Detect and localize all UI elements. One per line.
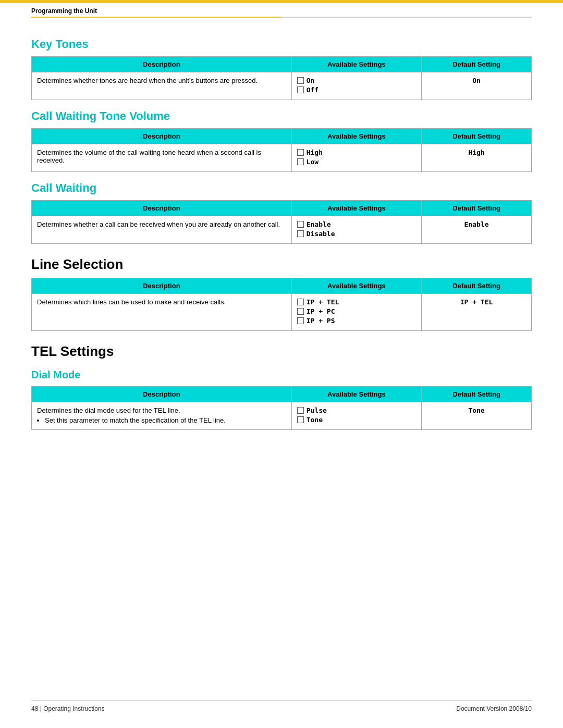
- checkbox-pulse-icon: [297, 407, 304, 414]
- checkbox-enable: Enable: [297, 220, 416, 228]
- col-available-3: Available Settings: [291, 278, 421, 294]
- header-label: Programming the Unit: [31, 7, 97, 15]
- dm-bullets: Set this parameter to match the specific…: [45, 416, 286, 424]
- dm-bullet-1: Set this parameter to match the specific…: [45, 416, 286, 424]
- ls-desc: Determines which lines can be used to ma…: [32, 294, 292, 331]
- col-default-0: Default Setting: [422, 57, 532, 72]
- dm-desc: Determines the dial mode used for the TE…: [32, 402, 292, 430]
- call-waiting-title: Call Waiting: [31, 181, 532, 195]
- line-selection-title: Line Selection: [31, 256, 532, 273]
- call-waiting-tone-volume-table: Description Available Settings Default S…: [31, 128, 532, 172]
- col-available-dm: Available Settings: [291, 387, 421, 402]
- section-dial-mode: Dial Mode Description Available Settings…: [31, 369, 532, 430]
- col-description-dm: Description: [32, 387, 292, 402]
- col-description-1: Description: [32, 129, 292, 144]
- table-row: Determines whether tones are heard when …: [32, 72, 532, 100]
- footer-left: 48 | Operating Instructions: [31, 705, 105, 712]
- key-tones-available: On Off: [291, 72, 421, 100]
- col-description-3: Description: [32, 278, 292, 294]
- main-content: Key Tones Description Available Settings…: [0, 18, 563, 456]
- table-row: Determines the dial mode used for the TE…: [32, 402, 532, 430]
- col-default-3: Default Setting: [422, 278, 532, 294]
- checkbox-enable-icon: [297, 221, 304, 228]
- call-waiting-table: Description Available Settings Default S…: [31, 200, 532, 244]
- checkbox-ip-pc-label: IP + PC: [307, 307, 335, 315]
- checkbox-off-label: Off: [307, 86, 319, 94]
- col-description-0: Description: [32, 57, 292, 72]
- checkbox-ip-pc-icon: [297, 308, 304, 315]
- checkbox-high: High: [297, 149, 416, 156]
- checkbox-off: Off: [297, 86, 416, 94]
- checkbox-high-label: High: [307, 149, 323, 156]
- table-row: Determines which lines can be used to ma…: [32, 294, 532, 331]
- section-key-tones: Key Tones Description Available Settings…: [31, 38, 532, 100]
- cwt-default: High: [422, 144, 532, 172]
- section-tel-settings: TEL Settings Dial Mode Description Avail…: [31, 343, 532, 430]
- cwt-available: High Low: [291, 144, 421, 172]
- col-default-dm: Default Setting: [422, 387, 532, 402]
- checkbox-ip-ps: IP + PS: [297, 317, 416, 325]
- checkbox-low-label: Low: [307, 158, 319, 166]
- checkbox-pulse: Pulse: [297, 406, 416, 414]
- cw-desc: Determines whether a call can be receive…: [32, 216, 292, 244]
- dm-available: Pulse Tone: [291, 402, 421, 430]
- checkbox-disable: Disable: [297, 230, 416, 238]
- col-default-2: Default Setting: [422, 201, 532, 216]
- ls-available: IP + TEL IP + PC IP + PS: [291, 294, 421, 331]
- table-row: Determines the volume of the call waitin…: [32, 144, 532, 172]
- table-row: Determines whether a call can be receive…: [32, 216, 532, 244]
- dial-mode-title: Dial Mode: [31, 369, 532, 381]
- checkbox-disable-label: Disable: [307, 230, 335, 238]
- checkbox-ip-ps-label: IP + PS: [307, 317, 335, 325]
- section-call-waiting-tone-volume: Call Waiting Tone Volume Description Ava…: [31, 109, 532, 172]
- line-selection-table: Description Available Settings Default S…: [31, 278, 532, 331]
- checkbox-ip-ps-icon: [297, 317, 304, 324]
- checkbox-tone-label: Tone: [307, 416, 323, 424]
- page-footer: 48 | Operating Instructions Document Ver…: [31, 700, 532, 712]
- footer-right: Document Version 2008/10: [456, 705, 532, 712]
- checkbox-pulse-label: Pulse: [307, 406, 327, 414]
- dm-default: Tone: [422, 402, 532, 430]
- page-header: Programming the Unit: [0, 3, 563, 17]
- key-tones-title: Key Tones: [31, 38, 532, 51]
- checkbox-low: Low: [297, 158, 416, 166]
- checkbox-tone: Tone: [297, 416, 416, 424]
- key-tones-table: Description Available Settings Default S…: [31, 56, 532, 100]
- section-line-selection: Line Selection Description Available Set…: [31, 256, 532, 331]
- col-default-1: Default Setting: [422, 129, 532, 144]
- tel-settings-title: TEL Settings: [31, 343, 532, 360]
- col-available-2: Available Settings: [291, 201, 421, 216]
- key-tones-desc: Determines whether tones are heard when …: [32, 72, 292, 100]
- checkbox-on-icon: [297, 77, 304, 84]
- dial-mode-table: Description Available Settings Default S…: [31, 386, 532, 430]
- call-waiting-tone-volume-title: Call Waiting Tone Volume: [31, 109, 532, 123]
- checkbox-ip-tel: IP + TEL: [297, 298, 416, 306]
- cw-default: Enable: [422, 216, 532, 244]
- checkbox-high-icon: [297, 149, 304, 156]
- dm-desc-text: Determines the dial mode used for the TE…: [37, 406, 180, 414]
- checkbox-tone-icon: [297, 416, 304, 423]
- checkbox-enable-label: Enable: [307, 220, 331, 228]
- checkbox-ip-tel-label: IP + TEL: [307, 298, 339, 306]
- key-tones-default: On: [422, 72, 532, 100]
- checkbox-on-label: On: [307, 77, 315, 84]
- cwt-desc: Determines the volume of the call waitin…: [32, 144, 292, 172]
- col-description-2: Description: [32, 201, 292, 216]
- section-call-waiting: Call Waiting Description Available Setti…: [31, 181, 532, 244]
- checkbox-disable-icon: [297, 230, 304, 237]
- checkbox-on: On: [297, 77, 416, 84]
- checkbox-ip-tel-icon: [297, 299, 304, 305]
- ls-default: IP + TEL: [422, 294, 532, 331]
- col-available-0: Available Settings: [291, 57, 421, 72]
- checkbox-ip-pc: IP + PC: [297, 307, 416, 315]
- checkbox-off-icon: [297, 87, 304, 93]
- col-available-1: Available Settings: [291, 129, 421, 144]
- cw-available: Enable Disable: [291, 216, 421, 244]
- checkbox-low-icon: [297, 158, 304, 165]
